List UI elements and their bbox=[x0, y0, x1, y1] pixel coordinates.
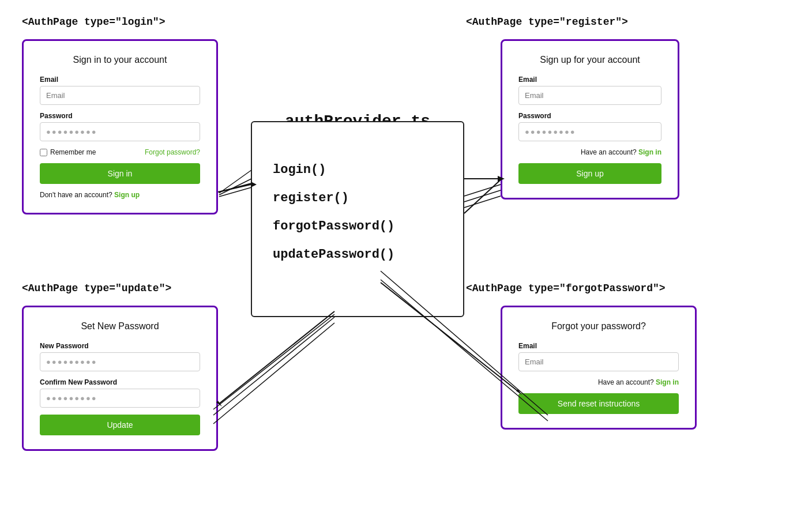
forgot-tag-label: <AuthPage type="forgotPassword"> bbox=[466, 283, 666, 294]
svg-line-11 bbox=[219, 179, 251, 195]
update-tag-label: <AuthPage type="update"> bbox=[22, 283, 171, 294]
method-register: register() bbox=[273, 191, 442, 205]
svg-line-20 bbox=[213, 314, 334, 409]
register-email-input[interactable] bbox=[518, 86, 661, 105]
login-signup-link[interactable]: Sign up bbox=[114, 191, 140, 199]
forgot-card: Forgot your password? Email Have an acco… bbox=[501, 306, 697, 430]
svg-line-7 bbox=[219, 311, 334, 404]
update-confirm-label: Confirm New Password bbox=[40, 378, 200, 386]
svg-line-2 bbox=[219, 183, 251, 192]
login-tag-label: <AuthPage type="login"> bbox=[22, 16, 165, 28]
login-signup-footer: Don't have an account? Sign up bbox=[40, 191, 200, 199]
register-email-label: Email bbox=[518, 76, 661, 84]
svg-line-12 bbox=[219, 187, 251, 197]
login-email-label: Email bbox=[40, 76, 200, 84]
login-card: Sign in to your account Email Password R… bbox=[22, 39, 218, 214]
forgot-signin-link[interactable]: Sign in bbox=[656, 378, 679, 386]
svg-line-10 bbox=[219, 170, 251, 193]
register-signin-link[interactable]: Sign in bbox=[638, 148, 661, 156]
forgot-signin-footer: Have an account? Sign in bbox=[518, 378, 679, 386]
register-tag-label: <AuthPage type="register"> bbox=[466, 16, 628, 28]
update-new-password-label: New Password bbox=[40, 342, 200, 350]
method-update: updatePassword() bbox=[273, 247, 442, 262]
register-password-label: Password bbox=[518, 112, 661, 120]
update-card-title: Set New Password bbox=[40, 321, 200, 332]
svg-line-15 bbox=[464, 196, 501, 208]
forgot-email-label: Email bbox=[518, 342, 679, 350]
register-password-input[interactable] bbox=[518, 122, 661, 141]
update-new-password-input[interactable] bbox=[40, 352, 200, 371]
svg-line-9 bbox=[464, 179, 502, 213]
forgot-reset-button[interactable]: Send reset instructions bbox=[518, 393, 679, 414]
login-forgot-link[interactable]: Forgot password? bbox=[145, 148, 200, 156]
login-password-input[interactable] bbox=[40, 122, 200, 141]
login-card-title: Sign in to your account bbox=[40, 55, 200, 65]
login-password-label: Password bbox=[40, 112, 200, 120]
login-remember-row: Remember me Forgot password? bbox=[40, 148, 200, 156]
register-card: Sign up for your account Email Password … bbox=[501, 39, 679, 199]
forgot-card-title: Forgot your password? bbox=[518, 321, 679, 332]
svg-line-14 bbox=[464, 190, 501, 202]
method-login: login() bbox=[273, 163, 442, 177]
login-email-input[interactable] bbox=[40, 86, 200, 105]
svg-line-18 bbox=[213, 317, 334, 415]
register-signup-button[interactable]: Sign up bbox=[518, 163, 661, 184]
login-remember-checkbox[interactable] bbox=[40, 149, 47, 156]
update-card: Set New Password New Password Confirm Ne… bbox=[22, 306, 218, 451]
forgot-email-input[interactable] bbox=[518, 352, 679, 371]
method-forgot: forgotPassword() bbox=[273, 219, 442, 234]
svg-line-0 bbox=[218, 185, 251, 192]
svg-line-19 bbox=[213, 323, 334, 424]
update-confirm-input[interactable] bbox=[40, 389, 200, 408]
register-card-title: Sign up for your account bbox=[518, 55, 661, 65]
register-signin-footer: Have an account? Sign in bbox=[518, 148, 661, 156]
center-methods-box: login() register() forgotPassword() upda… bbox=[251, 121, 464, 317]
login-signin-button[interactable]: Sign in bbox=[40, 163, 200, 184]
update-button[interactable]: Update bbox=[40, 415, 200, 435]
login-remember-label: Remember me bbox=[50, 148, 96, 156]
svg-line-13 bbox=[464, 185, 501, 196]
